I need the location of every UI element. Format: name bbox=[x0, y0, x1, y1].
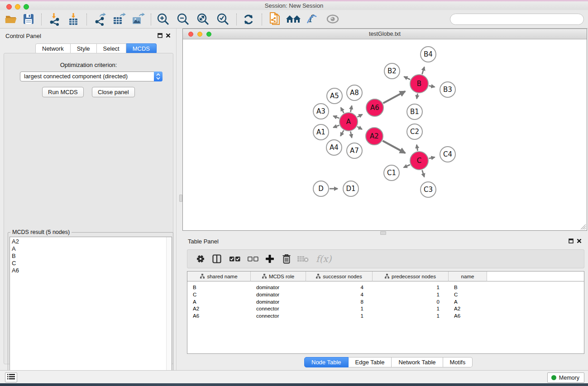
column-header-shared-name[interactable]: shared name bbox=[187, 272, 251, 281]
table-cell[interactable]: connector bbox=[256, 312, 302, 319]
graph-node-A8[interactable]: A8 bbox=[347, 85, 362, 100]
graph-node-B2[interactable]: B2 bbox=[384, 63, 400, 79]
graph-edge-B-B1[interactable] bbox=[417, 94, 418, 99]
table-cell[interactable]: A2 bbox=[454, 305, 483, 312]
tab-select[interactable]: Select bbox=[97, 43, 126, 54]
tab-style[interactable]: Style bbox=[71, 43, 97, 54]
network-graph-canvas[interactable]: B4B2BB3A8A5A6B1A3AC2A1A2A4A7C4CC1C3DD1 bbox=[183, 39, 587, 230]
mcds-result-item[interactable]: B bbox=[10, 253, 172, 260]
graph-edge-A-A1[interactable] bbox=[333, 125, 339, 128]
home-button[interactable] bbox=[285, 12, 301, 27]
graph-node-B4[interactable]: B4 bbox=[421, 47, 436, 62]
graph-node-C4[interactable]: C4 bbox=[440, 147, 455, 162]
search-input[interactable] bbox=[450, 14, 584, 25]
graph-node-A2[interactable]: A2 bbox=[366, 128, 383, 145]
graph-edge-A-A3[interactable] bbox=[333, 116, 339, 118]
table-cell[interactable]: A2 bbox=[193, 305, 247, 312]
import-table-button[interactable] bbox=[66, 12, 81, 27]
task-history-button[interactable] bbox=[5, 372, 17, 382]
tab-network-table[interactable]: Network Table bbox=[392, 357, 443, 367]
graph-edge-C-C1[interactable] bbox=[404, 165, 410, 167]
tab-network[interactable]: Network bbox=[35, 43, 71, 54]
mcds-result-item[interactable]: A bbox=[10, 245, 172, 253]
graph-node-C1[interactable]: C1 bbox=[384, 165, 399, 181]
mcds-result-item[interactable]: A2 bbox=[10, 237, 172, 245]
tab-motifs[interactable]: Motifs bbox=[443, 357, 473, 367]
graph-node-A6[interactable]: A6 bbox=[366, 99, 383, 116]
graph-node-A4[interactable]: A4 bbox=[326, 140, 342, 155]
settings-gear-button[interactable] bbox=[194, 253, 207, 266]
column-header-successor-nodes[interactable]: successor nodes bbox=[306, 272, 373, 281]
table-cell[interactable]: A6 bbox=[454, 312, 483, 319]
graph-node-A7[interactable]: A7 bbox=[347, 143, 362, 158]
table-cell[interactable]: 1 bbox=[373, 284, 440, 291]
graph-edge-C-C3[interactable] bbox=[422, 170, 425, 177]
optimization-criterion-select[interactable]: largest connected component (directed) bbox=[20, 71, 163, 81]
table-cell[interactable]: A bbox=[193, 298, 247, 305]
hide-function-button[interactable]: f bbox=[304, 12, 320, 27]
graph-node-A1[interactable]: A1 bbox=[313, 124, 329, 140]
table-cell[interactable]: C bbox=[193, 291, 247, 298]
graph-node-A3[interactable]: A3 bbox=[313, 104, 329, 119]
table-cell[interactable]: A bbox=[454, 298, 483, 305]
graph-edge-A-A5[interactable] bbox=[341, 108, 344, 113]
tab-mcds[interactable]: MCDS bbox=[126, 43, 157, 54]
graph-edge-A-A6[interactable] bbox=[357, 114, 362, 117]
table-cell[interactable]: 4 bbox=[306, 291, 363, 298]
graph-node-B1[interactable]: B1 bbox=[407, 104, 422, 119]
minimize-network-button[interactable] bbox=[197, 32, 202, 37]
export-table-button[interactable] bbox=[111, 12, 127, 27]
table-cell[interactable]: dominator bbox=[256, 291, 302, 298]
zoom-in-button[interactable] bbox=[156, 12, 171, 27]
mcds-result-item[interactable]: C bbox=[10, 260, 172, 267]
table-cell[interactable]: C bbox=[454, 291, 483, 298]
table-cell[interactable]: 0 bbox=[373, 298, 440, 305]
network-window-titlebar[interactable]: testGlobe.txt bbox=[183, 29, 587, 39]
zoom-fit-button[interactable] bbox=[196, 12, 211, 27]
graph-edge-A6-B[interactable] bbox=[383, 91, 405, 103]
table-cell[interactable]: 8 bbox=[306, 298, 363, 305]
table-cell[interactable]: dominator bbox=[256, 298, 302, 305]
graph-edge-A-A8[interactable] bbox=[350, 106, 352, 112]
close-panel-button[interactable]: Close panel bbox=[92, 87, 135, 97]
graph-edge-C-C4[interactable] bbox=[429, 157, 435, 158]
zoom-network-button[interactable] bbox=[206, 32, 211, 37]
table-cell[interactable]: B bbox=[454, 284, 483, 291]
column-header-name[interactable]: name bbox=[449, 272, 487, 281]
node-table[interactable]: shared nameMCDS rolesuccessor nodesprede… bbox=[187, 271, 584, 354]
tab-node-table[interactable]: Node Table bbox=[304, 357, 349, 367]
graph-node-C2[interactable]: C2 bbox=[407, 124, 422, 139]
graph-edge-B-B3[interactable] bbox=[429, 86, 435, 87]
float-icon[interactable] bbox=[158, 33, 163, 38]
run-mcds-button[interactable]: Run MCDS bbox=[42, 87, 84, 97]
table-cell[interactable]: 1 bbox=[306, 305, 363, 312]
graph-node-D[interactable]: D bbox=[313, 181, 329, 196]
export-network-button[interactable] bbox=[92, 12, 108, 27]
scrollbar-track[interactable] bbox=[166, 237, 172, 385]
table-cell[interactable]: B bbox=[193, 284, 247, 291]
graph-edge-A-A4[interactable] bbox=[340, 130, 344, 136]
float-icon[interactable] bbox=[569, 238, 574, 243]
zoom-selected-button[interactable] bbox=[215, 12, 231, 27]
delete-button[interactable] bbox=[280, 253, 293, 266]
tab-edge-table[interactable]: Edge Table bbox=[349, 357, 392, 367]
table-cell[interactable]: 1 bbox=[373, 312, 440, 319]
graph-edge-A-A2[interactable] bbox=[357, 127, 362, 129]
table-cell[interactable]: A6 bbox=[193, 312, 247, 319]
resize-grip-icon[interactable] bbox=[579, 223, 586, 230]
new-network-from-selection-button[interactable] bbox=[267, 12, 282, 27]
mcds-result-list[interactable]: A2ABCA6 bbox=[10, 237, 172, 385]
graph-node-A5[interactable]: A5 bbox=[327, 88, 342, 104]
deselect-all-checkboxes-button[interactable] bbox=[246, 253, 260, 266]
table-cell[interactable]: 1 bbox=[373, 291, 440, 298]
column-view-button[interactable] bbox=[210, 253, 224, 266]
graph-node-D1[interactable]: D1 bbox=[343, 181, 359, 196]
table-cell[interactable]: dominator bbox=[256, 284, 302, 291]
mcds-result-item[interactable]: A6 bbox=[10, 267, 172, 274]
import-network-button[interactable] bbox=[47, 12, 62, 27]
graph-edge-C-C2[interactable] bbox=[417, 145, 418, 151]
memory-button[interactable]: Memory bbox=[547, 372, 584, 383]
graph-node-B3[interactable]: B3 bbox=[440, 82, 455, 97]
table-cell[interactable]: 1 bbox=[306, 312, 363, 319]
close-icon[interactable] bbox=[166, 33, 171, 38]
